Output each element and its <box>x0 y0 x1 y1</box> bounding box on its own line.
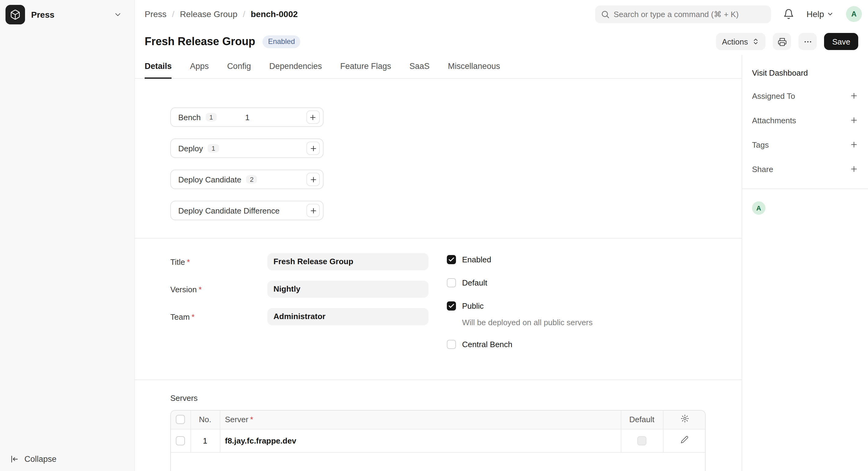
more-options-button[interactable] <box>799 33 817 50</box>
connection-deploy-candidate-difference[interactable]: Deploy Candidate Difference <box>170 201 323 220</box>
workspace-name: Press <box>31 10 54 20</box>
enabled-checkbox[interactable] <box>447 255 456 264</box>
page-header: Fresh Release Group Enabled Actions <box>135 28 868 55</box>
checkbox-row-central-bench[interactable]: Central Bench <box>447 339 593 349</box>
field-row-team: Team* Administrator <box>170 308 429 325</box>
content-area: Details Apps Config Dependencies Feature… <box>135 55 742 471</box>
add-deploy-candidate-button[interactable] <box>306 173 320 186</box>
team-input[interactable]: Administrator <box>267 308 429 325</box>
print-button[interactable] <box>773 33 792 50</box>
tab-saas[interactable]: SaaS <box>409 55 429 79</box>
servers-section-label: Servers <box>170 394 705 403</box>
central-bench-label: Central Bench <box>462 339 513 349</box>
add-assigned-to-button[interactable] <box>850 92 858 100</box>
public-checkbox[interactable] <box>447 301 456 310</box>
servers-table-header: No. Server* Default <box>171 411 706 429</box>
add-share-button[interactable] <box>850 165 858 173</box>
connection-bench[interactable]: Bench 1 1 <box>170 107 323 127</box>
column-header-no: No. <box>190 411 220 429</box>
default-checkbox[interactable] <box>447 278 456 287</box>
app-logo-icon <box>5 5 25 24</box>
chevrons-up-down-icon <box>752 38 760 45</box>
gear-icon <box>681 414 689 423</box>
server-name-cell[interactable]: f8.jay.fc.frappe.dev <box>220 429 621 452</box>
connection-label: Deploy Candidate <box>178 175 241 184</box>
plus-icon <box>850 116 858 125</box>
connection-deploy-candidate[interactable]: Deploy Candidate 2 <box>170 170 323 189</box>
field-row-version: Version* Nightly <box>170 281 429 298</box>
plus-icon <box>850 165 858 173</box>
plus-icon <box>309 113 317 121</box>
row-default-checkbox[interactable] <box>637 436 646 445</box>
pencil-icon <box>681 436 689 443</box>
servers-section: Servers No. <box>135 379 742 471</box>
help-label: Help <box>806 9 824 19</box>
enabled-label: Enabled <box>462 255 491 264</box>
field-label-text: Title <box>170 257 185 266</box>
checkbox-row-default[interactable]: Default <box>447 278 593 288</box>
checkbox-row-enabled[interactable]: Enabled <box>447 255 593 264</box>
tab-feature-flags[interactable]: Feature Flags <box>340 55 391 79</box>
add-attachment-button[interactable] <box>850 116 858 125</box>
chevron-down-icon <box>827 10 834 18</box>
default-label: Default <box>462 278 487 287</box>
visit-dashboard-link[interactable]: Visit Dashboard <box>752 68 808 77</box>
connection-label: Deploy Candidate Difference <box>178 206 280 215</box>
title-input[interactable]: Fresh Release Group <box>267 253 429 270</box>
add-deploy-button[interactable] <box>306 141 320 155</box>
connection-count-badge: 1 <box>208 144 219 153</box>
sidebar-collapse-button[interactable]: Collapse <box>0 447 134 471</box>
version-label: Version* <box>170 284 267 294</box>
panel-item-attachments: Attachments <box>752 108 858 132</box>
breadcrumb-item-press[interactable]: Press <box>145 9 167 19</box>
add-deploy-candidate-difference-button[interactable] <box>306 204 320 217</box>
column-header-server-text: Server <box>225 415 248 424</box>
collapse-label: Collapse <box>24 455 57 464</box>
server-table-row: 1 f8.jay.fc.frappe.dev <box>171 429 706 452</box>
ellipsis-icon <box>803 37 812 46</box>
tab-bar: Details Apps Config Dependencies Feature… <box>135 55 742 79</box>
add-tag-button[interactable] <box>850 140 858 149</box>
checkbox-row-public[interactable]: Public <box>447 301 593 310</box>
table-settings-button[interactable] <box>681 414 689 423</box>
tab-dependencies[interactable]: Dependencies <box>269 55 322 79</box>
connection-count-badge: 1 <box>206 113 217 122</box>
edit-row-button[interactable] <box>681 436 689 443</box>
help-menu[interactable]: Help <box>806 9 834 19</box>
workspace-switcher[interactable]: Press <box>0 0 134 29</box>
connection-deploy[interactable]: Deploy 1 <box>170 138 323 158</box>
required-marker: * <box>192 312 195 321</box>
actions-button[interactable]: Actions <box>716 33 766 50</box>
notifications-bell-icon[interactable] <box>783 8 794 20</box>
breadcrumb-current[interactable]: bench-0002 <box>251 9 298 19</box>
viewer-avatar: A <box>752 201 766 215</box>
breadcrumb-item-release-group[interactable]: Release Group <box>180 9 237 19</box>
header-actions: Actions Save <box>716 33 858 50</box>
add-bench-button[interactable] <box>306 110 320 124</box>
page-title: Fresh Release Group <box>145 35 255 48</box>
connection-label: Deploy <box>178 144 203 153</box>
assigned-to-label: Assigned To <box>752 91 795 100</box>
fields-column: Title* Fresh Release Group Version* Nigh… <box>170 253 429 362</box>
panel-item-tags: Tags <box>752 132 858 157</box>
save-button[interactable]: Save <box>824 33 858 50</box>
central-bench-checkbox[interactable] <box>447 339 456 349</box>
version-input[interactable]: Nightly <box>267 281 429 298</box>
body-row: Details Apps Config Dependencies Feature… <box>135 55 868 471</box>
attachments-label: Attachments <box>752 115 796 125</box>
search-input[interactable] <box>595 5 771 23</box>
printer-icon <box>778 37 787 46</box>
plus-icon <box>309 206 317 214</box>
checkboxes-column: Enabled Default Public <box>447 253 593 362</box>
share-label: Share <box>752 164 773 174</box>
user-avatar[interactable]: A <box>846 6 862 22</box>
tab-config[interactable]: Config <box>227 55 251 79</box>
field-row-title: Title* Fresh Release Group <box>170 253 429 270</box>
select-all-checkbox[interactable] <box>176 415 185 424</box>
title-label: Title* <box>170 257 267 266</box>
tab-apps[interactable]: Apps <box>190 55 209 79</box>
tab-details[interactable]: Details <box>145 55 172 79</box>
collapse-left-icon <box>10 455 19 464</box>
row-select-checkbox[interactable] <box>176 436 185 445</box>
tab-miscellaneous[interactable]: Miscellaneous <box>448 55 500 79</box>
